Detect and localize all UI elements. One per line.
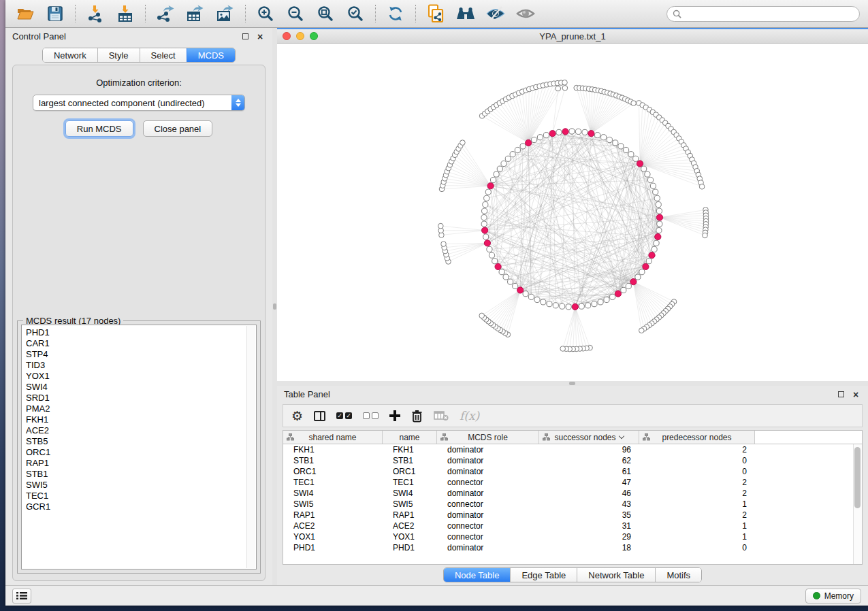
ring-node[interactable]: [485, 189, 491, 195]
ring-node[interactable]: [601, 135, 607, 140]
zoom-out-icon[interactable]: [284, 3, 307, 24]
ring-node[interactable]: [585, 303, 591, 308]
mcds-node[interactable]: [484, 240, 490, 246]
leaf-node[interactable]: [562, 86, 568, 91]
open-session-icon[interactable]: [14, 3, 37, 24]
ring-node[interactable]: [604, 297, 609, 302]
ring-node[interactable]: [489, 252, 494, 258]
column-header-shared-name[interactable]: shared name: [283, 431, 383, 444]
close-table-panel-icon[interactable]: ×: [850, 389, 861, 400]
ring-node[interactable]: [624, 147, 629, 152]
ring-node[interactable]: [532, 137, 537, 142]
ring-node[interactable]: [520, 144, 526, 149]
leaf-node[interactable]: [703, 233, 708, 238]
tab-network[interactable]: Network: [43, 48, 97, 62]
tab-select[interactable]: Select: [140, 48, 187, 62]
mcds-node[interactable]: [487, 183, 494, 189]
ring-node[interactable]: [613, 140, 618, 146]
import-table-icon[interactable]: [114, 3, 137, 24]
table-row[interactable]: STB1STB1dominator620: [283, 455, 862, 466]
ring-node[interactable]: [647, 177, 653, 182]
ring-node[interactable]: [598, 299, 603, 305]
ring-node[interactable]: [515, 147, 520, 152]
result-list-scrollbar[interactable]: [246, 326, 255, 568]
ring-node[interactable]: [494, 171, 499, 177]
ring-node[interactable]: [541, 299, 546, 305]
import-network-icon[interactable]: [84, 3, 107, 24]
ring-node[interactable]: [534, 297, 540, 302]
ring-node[interactable]: [641, 166, 647, 171]
ring-node[interactable]: [654, 240, 659, 246]
mcds-result-list[interactable]: PHD1CAR1STP4TID3YOX1SWI4SRD1PMA2FKH1ACE2…: [21, 325, 257, 569]
table-tab-motifs[interactable]: Motifs: [655, 568, 701, 582]
horizontal-splitter[interactable]: [277, 381, 868, 386]
table-scrollbar[interactable]: [853, 444, 862, 564]
mcds-node[interactable]: [655, 233, 661, 240]
ring-node[interactable]: [633, 156, 639, 161]
float-panel-icon[interactable]: [240, 31, 251, 42]
table-row[interactable]: RAP1RAP1dominator352: [283, 510, 862, 521]
mcds-node[interactable]: [562, 129, 568, 135]
mcds-node[interactable]: [549, 131, 556, 137]
ring-node[interactable]: [508, 279, 513, 284]
leaf-node[interactable]: [479, 313, 485, 318]
table-row[interactable]: YOX1YOX1connector291: [283, 531, 862, 542]
ring-node[interactable]: [481, 221, 487, 227]
ring-node[interactable]: [503, 274, 509, 280]
ring-node[interactable]: [547, 301, 552, 307]
ring-node[interactable]: [639, 269, 645, 275]
deselect-all-icon[interactable]: [363, 412, 379, 419]
mcds-result-item[interactable]: RAP1: [26, 458, 256, 469]
table-row[interactable]: ORC1ORC1dominator610: [283, 466, 862, 477]
ring-node[interactable]: [653, 189, 658, 195]
delete-icon[interactable]: [411, 410, 423, 423]
ring-node[interactable]: [543, 133, 549, 138]
ring-node[interactable]: [607, 137, 612, 142]
export-table-icon[interactable]: [184, 3, 207, 24]
first-neighbors-icon[interactable]: [454, 3, 477, 24]
ring-node[interactable]: [492, 259, 498, 264]
ring-node[interactable]: [483, 234, 489, 240]
mcds-result-item[interactable]: PMA2: [26, 403, 256, 414]
ring-node[interactable]: [579, 303, 584, 309]
leaf-node[interactable]: [460, 140, 466, 146]
export-network-icon[interactable]: [154, 3, 177, 24]
table-row[interactable]: TEC1TEC1connector472: [283, 477, 862, 488]
table-tab-edge-table[interactable]: Edge Table: [510, 568, 577, 582]
column-header-name[interactable]: name: [383, 431, 437, 444]
leaf-node[interactable]: [562, 80, 568, 86]
mcds-result-item[interactable]: CAR1: [26, 338, 256, 349]
ring-node[interactable]: [510, 152, 515, 157]
ring-node[interactable]: [656, 202, 661, 208]
column-header-predecessor-nodes[interactable]: predecessor nodes: [639, 431, 755, 444]
search-field[interactable]: [666, 6, 860, 22]
zoom-fit-icon[interactable]: [314, 3, 337, 24]
table-row[interactable]: FKH1FKH1dominator962: [283, 444, 862, 455]
ring-node[interactable]: [645, 171, 650, 177]
ring-node[interactable]: [618, 144, 624, 149]
close-panel-button[interactable]: Close panel: [143, 120, 213, 137]
table-row[interactable]: PHD1PHD1dominator180: [283, 542, 862, 553]
ring-node[interactable]: [592, 301, 597, 307]
mcds-node[interactable]: [482, 227, 488, 233]
mcds-result-item[interactable]: SWI4: [26, 382, 256, 393]
ring-node[interactable]: [628, 152, 634, 157]
leaf-node[interactable]: [639, 328, 645, 333]
ring-node[interactable]: [575, 129, 581, 134]
table-row[interactable]: SWI5SWI5connector431: [283, 499, 862, 510]
clone-network-icon[interactable]: [424, 3, 447, 24]
ring-node[interactable]: [652, 246, 657, 252]
ring-node[interactable]: [513, 283, 518, 288]
mcds-result-item[interactable]: SRD1: [26, 393, 256, 403]
table-row[interactable]: ACE2ACE2connector311: [283, 521, 862, 531]
ring-node[interactable]: [499, 269, 504, 275]
show-all-icon[interactable]: [514, 3, 537, 24]
ring-node[interactable]: [656, 228, 662, 233]
mcds-node[interactable]: [637, 161, 643, 167]
vertical-splitter[interactable]: [272, 28, 277, 585]
table-tab-node-table[interactable]: Node Table: [444, 568, 511, 582]
zoom-in-icon[interactable]: [254, 3, 277, 24]
ring-node[interactable]: [657, 221, 662, 227]
network-canvas[interactable]: [277, 44, 868, 381]
ring-node[interactable]: [497, 166, 502, 171]
